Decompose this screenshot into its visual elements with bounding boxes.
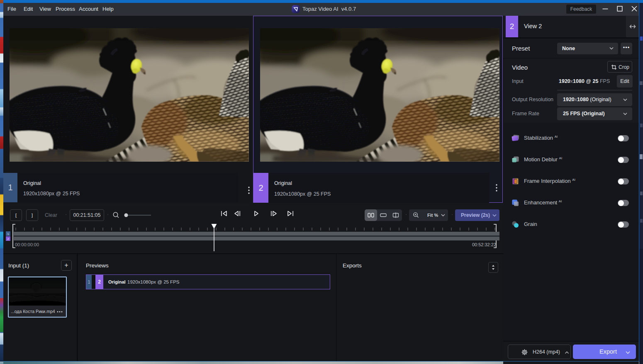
svg-text:00:00:00:00: 00:00:00:00 [15,242,39,247]
svg-text:1: 1 [7,232,9,236]
svg-text:2: 2 [7,237,9,241]
svg-text:00:52:32:22: 00:52:32:22 [472,242,496,247]
